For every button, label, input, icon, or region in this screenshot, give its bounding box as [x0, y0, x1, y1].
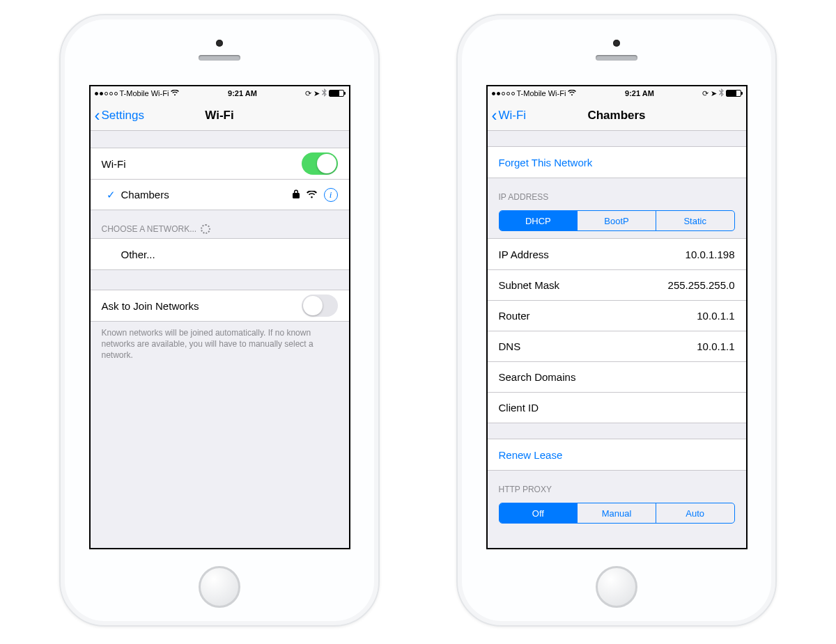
ask-switch[interactable] — [302, 294, 338, 317]
ip-mode-segmented[interactable]: DHCP BootP Static — [499, 210, 735, 231]
router-value: 10.0.1.1 — [697, 310, 734, 322]
subnet-mask-row[interactable]: Subnet Mask 255.255.255.0 — [488, 269, 746, 300]
ip-address-row[interactable]: IP Address 10.0.1.198 — [488, 239, 746, 269]
ip-address-value: 10.0.1.198 — [686, 249, 735, 260]
location-icon: ➤ — [314, 89, 320, 98]
signal-dots-icon — [95, 92, 118, 95]
lock-icon — [293, 189, 300, 201]
status-right: ⟳ ➤ — [702, 88, 741, 98]
dns-value: 10.0.1.1 — [697, 340, 734, 352]
back-button[interactable]: ‹ Wi-Fi — [488, 107, 527, 124]
proxy-mode-segmented[interactable]: Off Manual Auto — [499, 503, 735, 524]
seg-proxy-auto[interactable]: Auto — [656, 503, 734, 523]
search-domains-label: Search Domains — [499, 371, 735, 383]
front-camera — [216, 40, 223, 47]
content: Wi-Fi ✓ Chambers i — [91, 131, 349, 548]
back-label: Wi-Fi — [499, 109, 527, 123]
forget-network-button[interactable]: Forget This Network — [488, 147, 746, 178]
ask-footer: Known networks will be joined automatica… — [91, 322, 349, 367]
ip-address-label: IP Address — [499, 249, 686, 260]
subnet-mask-value: 255.255.255.0 — [668, 279, 735, 291]
home-button[interactable] — [199, 566, 240, 608]
client-id-label: Client ID — [499, 402, 735, 414]
renew-label: Renew Lease — [499, 449, 735, 461]
seg-static[interactable]: Static — [656, 211, 734, 230]
status-bar: T-Mobile Wi-Fi 9:21 AM ⟳ ➤ — [91, 86, 349, 100]
battery-icon — [726, 90, 741, 97]
checkmark-icon: ✓ — [102, 189, 121, 201]
ask-label: Ask to Join Networks — [102, 300, 302, 312]
forget-group: Forget This Network — [488, 146, 746, 178]
other-network-row[interactable]: Other... — [91, 239, 349, 269]
chevron-left-icon: ‹ — [492, 107, 497, 124]
connected-network-label: Chambers — [121, 189, 293, 201]
choose-network-group: Other... — [91, 238, 349, 270]
status-left: T-Mobile Wi-Fi — [95, 89, 180, 97]
info-icon[interactable]: i — [324, 188, 338, 202]
bluetooth-icon — [322, 88, 327, 98]
bluetooth-icon — [719, 88, 724, 98]
status-bar: T-Mobile Wi-Fi 9:21 AM ⟳ ➤ — [488, 86, 746, 100]
speaker — [199, 55, 240, 61]
status-left: T-Mobile Wi-Fi — [492, 89, 577, 97]
chevron-left-icon: ‹ — [95, 107, 100, 124]
phone-left: T-Mobile Wi-Fi 9:21 AM ⟳ ➤ ‹ Settings Wi… — [59, 14, 380, 627]
nav-bar: ‹ Settings Wi-Fi — [91, 100, 349, 131]
forget-label: Forget This Network — [499, 157, 735, 168]
clock: 9:21 AM — [228, 89, 257, 97]
wifi-icon — [171, 90, 179, 97]
speaker — [596, 55, 637, 61]
search-domains-row[interactable]: Search Domains — [488, 361, 746, 392]
dns-label: DNS — [499, 340, 697, 352]
ask-group: Ask to Join Networks — [91, 290, 349, 322]
location-icon: ➤ — [711, 89, 717, 98]
screen-wifi-list: T-Mobile Wi-Fi 9:21 AM ⟳ ➤ ‹ Settings Wi… — [89, 85, 350, 549]
content: Forget This Network IP ADDRESS DHCP Boot… — [488, 131, 746, 548]
screen-network-details: T-Mobile Wi-Fi 9:21 AM ⟳ ➤ ‹ Wi-Fi Chamb… — [486, 85, 748, 549]
other-label: Other... — [102, 249, 338, 260]
choose-network-header: CHOOSE A NETWORK... — [91, 210, 349, 238]
wifi-switch[interactable] — [302, 152, 338, 175]
phone-top — [199, 15, 240, 85]
client-id-row[interactable]: Client ID — [488, 392, 746, 423]
signal-dots-icon — [492, 92, 515, 95]
carrier-label: T-Mobile Wi-Fi — [120, 89, 169, 97]
ip-details-group: IP Address 10.0.1.198 Subnet Mask 255.25… — [488, 238, 746, 423]
nav-bar: ‹ Wi-Fi Chambers — [488, 100, 746, 131]
front-camera — [613, 40, 620, 47]
wifi-icon — [568, 90, 576, 97]
wifi-label: Wi-Fi — [102, 158, 302, 170]
renew-lease-button[interactable]: Renew Lease — [488, 439, 746, 470]
carrier-label: T-Mobile Wi-Fi — [517, 89, 566, 97]
wifi-toggle-row[interactable]: Wi-Fi — [91, 148, 349, 179]
wifi-group: Wi-Fi ✓ Chambers i — [91, 148, 349, 210]
seg-dhcp[interactable]: DHCP — [500, 211, 578, 230]
clock: 9:21 AM — [625, 89, 654, 97]
dns-row[interactable]: DNS 10.0.1.1 — [488, 331, 746, 361]
status-right: ⟳ ➤ — [305, 88, 344, 98]
battery-icon — [329, 90, 344, 97]
router-row[interactable]: Router 10.0.1.1 — [488, 300, 746, 331]
subnet-mask-label: Subnet Mask — [499, 279, 668, 291]
seg-proxy-manual[interactable]: Manual — [577, 503, 656, 523]
ip-address-header: IP ADDRESS — [488, 178, 746, 206]
back-button[interactable]: ‹ Settings — [91, 107, 144, 124]
spinner-icon — [201, 224, 210, 234]
seg-proxy-off[interactable]: Off — [500, 503, 578, 523]
seg-bootp[interactable]: BootP — [577, 211, 656, 230]
renew-group: Renew Lease — [488, 439, 746, 471]
router-label: Router — [499, 310, 697, 322]
wifi-strength-icon — [307, 189, 317, 201]
phone-top — [596, 15, 637, 85]
network-icons: i — [293, 188, 338, 202]
home-button[interactable] — [596, 566, 637, 608]
back-label: Settings — [102, 109, 144, 123]
rotation-lock-icon: ⟳ — [305, 89, 311, 98]
http-proxy-header: HTTP PROXY — [488, 471, 746, 498]
connected-network-row[interactable]: ✓ Chambers i — [91, 179, 349, 210]
rotation-lock-icon: ⟳ — [702, 89, 709, 98]
phone-right: T-Mobile Wi-Fi 9:21 AM ⟳ ➤ ‹ Wi-Fi Chamb… — [456, 14, 777, 627]
ask-to-join-row[interactable]: Ask to Join Networks — [91, 290, 349, 321]
